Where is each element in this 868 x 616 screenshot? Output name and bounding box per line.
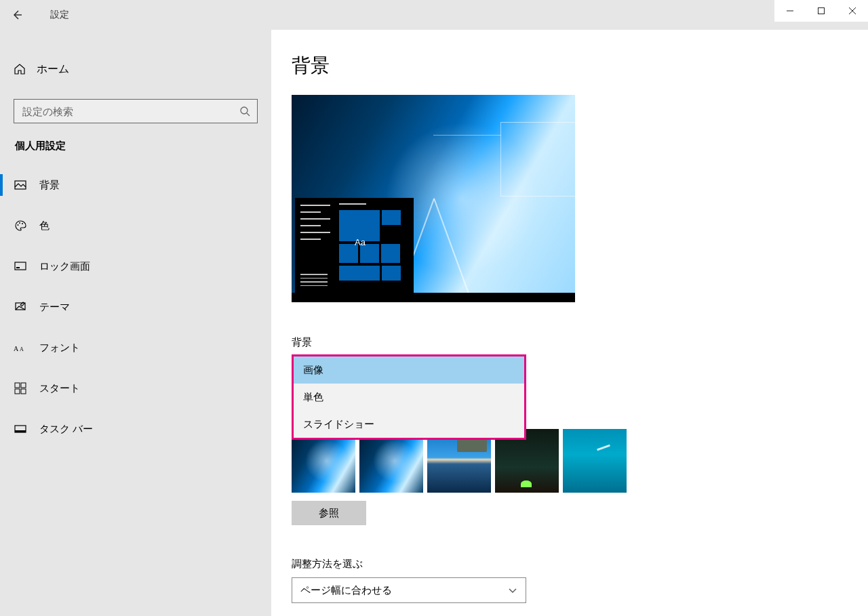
- browse-button[interactable]: 参照: [292, 501, 366, 525]
- category-heading: 個人用設定: [0, 140, 271, 165]
- back-button[interactable]: [0, 0, 34, 30]
- sidebar-item-label: タスク バー: [39, 423, 93, 436]
- search-input[interactable]: [21, 105, 239, 118]
- minimize-icon: [786, 7, 794, 15]
- dropdown-option-solid[interactable]: 単色: [294, 384, 524, 411]
- svg-rect-7: [16, 267, 20, 268]
- sidebar: ホーム 個人用設定 背景 色 ロック画面: [0, 30, 271, 616]
- sidebar-item-fonts[interactable]: AA フォント: [0, 327, 271, 368]
- sidebar-item-colors[interactable]: 色: [0, 205, 271, 246]
- fit-select[interactable]: ページ幅に合わせる: [292, 577, 526, 603]
- home-label: ホーム: [37, 62, 69, 77]
- font-icon: AA: [14, 342, 27, 353]
- maximize-icon: [817, 7, 825, 15]
- thumbnail-5[interactable]: [563, 429, 627, 493]
- close-button[interactable]: [837, 0, 868, 22]
- sidebar-item-lockscreen[interactable]: ロック画面: [0, 246, 271, 287]
- palette-icon: [14, 220, 27, 232]
- sidebar-item-background[interactable]: 背景: [0, 165, 271, 205]
- taskbar-icon: [14, 423, 27, 435]
- svg-rect-6: [15, 262, 26, 270]
- window-title: 設定: [50, 9, 69, 21]
- svg-rect-13: [15, 389, 20, 394]
- search-icon: [239, 106, 250, 117]
- arrow-left-icon: [11, 9, 23, 21]
- fit-select-value: ページ幅に合わせる: [300, 584, 392, 597]
- sidebar-item-label: 背景: [39, 179, 60, 192]
- window-controls: [774, 0, 868, 22]
- search-box[interactable]: [14, 99, 258, 123]
- sidebar-item-themes[interactable]: テーマ: [0, 287, 271, 327]
- fit-label: 調整方法を選ぶ: [292, 558, 852, 571]
- nav-list: 背景 色 ロック画面 テーマ AA フォント: [0, 165, 271, 449]
- picture-icon: [14, 179, 27, 191]
- svg-text:A: A: [20, 346, 24, 352]
- desktop-preview: Aa: [292, 95, 575, 302]
- preview-sample-text: Aa: [355, 237, 366, 247]
- sidebar-item-label: フォント: [39, 342, 80, 354]
- maximize-button[interactable]: [806, 0, 837, 22]
- svg-point-3: [18, 224, 19, 226]
- close-icon: [848, 7, 856, 15]
- home-link[interactable]: ホーム: [0, 49, 271, 89]
- sidebar-item-label: テーマ: [39, 301, 70, 314]
- dropdown-option-slideshow[interactable]: スライドショー: [294, 411, 524, 438]
- sidebar-item-label: 色: [39, 220, 50, 232]
- settings-window: 設定 ホーム 個人用設定: [0, 0, 868, 616]
- svg-point-5: [22, 223, 23, 224]
- minimize-button[interactable]: [774, 0, 806, 22]
- home-icon: [14, 63, 26, 75]
- sidebar-item-label: ロック画面: [39, 260, 90, 273]
- theme-icon: [14, 301, 27, 313]
- page-title: 背景: [292, 53, 852, 79]
- sidebar-item-taskbar[interactable]: タスク バー: [0, 409, 271, 449]
- chevron-down-icon: [508, 586, 517, 595]
- window-body: ホーム 個人用設定 背景 色 ロック画面: [0, 30, 868, 616]
- lockscreen-icon: [14, 260, 27, 272]
- background-label: 背景: [292, 336, 852, 349]
- svg-rect-0: [818, 8, 825, 14]
- svg-rect-11: [15, 383, 20, 388]
- svg-point-1: [241, 107, 248, 114]
- background-type-dropdown[interactable]: 画像 単色 スライドショー: [292, 354, 526, 440]
- sidebar-item-label: スタート: [39, 382, 80, 395]
- svg-rect-14: [21, 389, 26, 394]
- start-icon: [14, 382, 27, 394]
- sidebar-item-start[interactable]: スタート: [0, 368, 271, 409]
- svg-rect-16: [15, 430, 26, 432]
- svg-rect-12: [21, 383, 26, 388]
- titlebar: 設定: [0, 0, 868, 30]
- dropdown-option-picture[interactable]: 画像: [294, 356, 524, 384]
- content-pane: 背景: [271, 30, 868, 616]
- svg-point-4: [19, 222, 20, 224]
- svg-text:A: A: [14, 345, 19, 352]
